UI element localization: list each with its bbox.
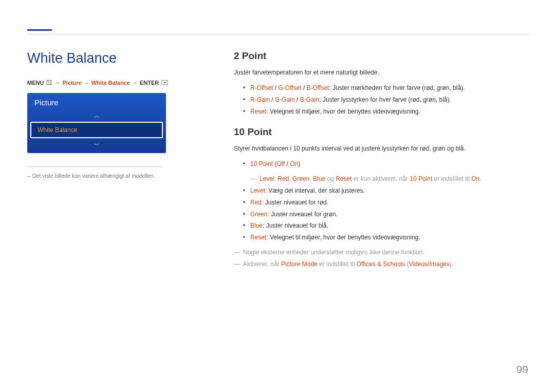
heading-2-point: 2 Point — [234, 50, 529, 62]
list-item: Red: Juster niveauet for rød. — [243, 197, 529, 209]
osd-menu-header: Picture — [27, 93, 166, 111]
term-red: Red — [278, 175, 289, 182]
text: ). — [450, 260, 453, 268]
osd-up-arrow: ︿ — [27, 111, 166, 122]
enter-icon — [161, 80, 169, 86]
subnote-10p-enable: ―Level, Red, Green, Blue og Reset er kun… — [250, 173, 529, 185]
text: : Juster lysstyrken for hver farve (rød,… — [319, 96, 451, 103]
list-2-point: R-Offset / G-Offset / B-Offset: Juster m… — [243, 82, 529, 117]
term-level: Level — [250, 187, 265, 194]
breadcrumb-picture: Picture — [62, 80, 81, 86]
svg-rect-0 — [46, 80, 52, 85]
dash-mark: ― — [234, 249, 240, 256]
list-item: Reset: Velegnet til miljøer, hvor der be… — [243, 106, 529, 118]
breadcrumb-arrow-3: → — [132, 80, 138, 86]
list-item: R-Offset / G-Offset / B-Offset: Juster m… — [243, 82, 529, 94]
breadcrumb: MENU → Picture → White Balance → ENTER — [27, 80, 192, 86]
opt-videos-images: Videos/Images — [409, 260, 450, 268]
term-level: Level — [260, 175, 274, 182]
model-note: –Det viste billede kan variere afhængigt… — [27, 172, 192, 180]
opt-on: On — [471, 175, 479, 182]
text: ) — [298, 160, 300, 167]
term-blue: Blue — [313, 175, 325, 182]
term-g-offset: G-Offset — [278, 84, 301, 91]
note-dash: – — [27, 173, 30, 179]
text: Nogle eksterne enheder understøtter muli… — [243, 249, 424, 256]
term-green: Green — [250, 211, 267, 218]
breadcrumb-white-balance: White Balance — [91, 80, 130, 86]
osd-menu-preview: Picture ︿ White Balance ﹀ — [27, 93, 166, 153]
footnote-external: ―Nogle eksterne enheder understøtter mul… — [234, 247, 529, 258]
text: : Vælg det interval, der skal justeres. — [265, 187, 365, 194]
text: : Juster mørkheden for hver farve (rød, … — [329, 84, 465, 91]
text: : Juster niveauet for blå. — [263, 222, 328, 229]
dash-mark: ― — [250, 175, 256, 182]
opt-off: Off — [276, 160, 285, 167]
term-blue: Blue — [250, 222, 263, 229]
note-text: Det viste billede kan variere afhængigt … — [32, 173, 155, 179]
opt-on: On — [290, 160, 298, 167]
page-title: White Balance — [27, 50, 192, 66]
list-item: R-Gain / G-Gain / B-Gain: Juster lysstyr… — [243, 94, 529, 106]
breadcrumb-enter-label: ENTER — [140, 80, 159, 86]
text: er indstillet til — [318, 260, 357, 268]
text: og — [325, 175, 336, 182]
page-number: 99 — [516, 363, 528, 376]
list-item: Blue: Juster niveauet for blå. — [243, 220, 529, 232]
svg-rect-3 — [161, 80, 168, 85]
term-r-offset: R-Offset — [250, 84, 273, 91]
text: : Juster niveauet for rød. — [262, 199, 328, 206]
heading-10-point: 10 Point — [234, 126, 529, 138]
text: / — [285, 160, 290, 167]
sep: / — [302, 84, 307, 91]
list-item: Green: Juster niveauet for grøn. — [243, 209, 529, 220]
breadcrumb-arrow-1: → — [54, 80, 60, 86]
sep: / — [270, 96, 275, 103]
text: er kun aktiveret, når — [351, 175, 410, 182]
intro-10-point: Styrer hvidbalancen i 10 punkts interval… — [234, 144, 529, 153]
term-reset: Reset — [250, 108, 266, 115]
term-green: Green — [292, 175, 309, 182]
left-divider — [27, 166, 161, 167]
menu-grid-icon — [46, 80, 52, 86]
footnote-picture-mode: ―Aktiveret, når Picture Mode er indstill… — [234, 258, 529, 270]
list-10-point: 10 Point (Off / On) — [243, 158, 529, 170]
list-10-point-cont: Level: Vælg det interval, der skal juste… — [243, 185, 529, 244]
opt-offices-schools: Offices & Schools — [357, 260, 405, 268]
text: Aktiveret, når — [243, 260, 281, 268]
horizontal-rule — [27, 34, 529, 34]
term-10-point: 10 Point — [410, 175, 432, 182]
term-r-gain: R-Gain — [250, 96, 270, 103]
intro-2-point: Justér farvetemperaturen for et mere nat… — [234, 68, 529, 77]
accent-bar — [27, 29, 52, 31]
breadcrumb-arrow-2: → — [84, 80, 89, 86]
text: ( — [405, 260, 409, 268]
list-item: Level: Vælg det interval, der skal juste… — [243, 185, 529, 197]
top-rule-group — [27, 29, 529, 34]
text: . — [479, 175, 481, 182]
text: : Juster niveauet for grøn. — [267, 211, 338, 218]
term-red: Red — [250, 199, 262, 206]
sep: / — [273, 84, 278, 91]
text: : Velegnet til miljøer, hvor der benytte… — [266, 108, 420, 115]
text: : Velegnet til miljøer, hvor der benytte… — [266, 234, 420, 241]
term-reset: Reset — [336, 175, 351, 182]
list-item: 10 Point (Off / On) — [243, 158, 529, 170]
breadcrumb-menu-label: MENU — [27, 80, 44, 86]
dash-mark: ― — [234, 260, 240, 268]
left-column: White Balance MENU → Picture → White Bal… — [27, 50, 192, 180]
term-picture-mode: Picture Mode — [281, 260, 318, 268]
osd-down-arrow: ﹀ — [27, 140, 166, 153]
osd-selected-item: White Balance — [30, 122, 163, 138]
text: er indstillet til — [432, 175, 471, 182]
term-g-gain: G-Gain — [275, 96, 295, 103]
term-b-offset: B-Offset — [307, 84, 329, 91]
list-item: Reset: Velegnet til miljøer, hvor der be… — [243, 232, 529, 244]
right-column: 2 Point Justér farvetemperaturen for et … — [234, 50, 529, 270]
term-b-gain: B-Gain — [300, 96, 319, 103]
sep: / — [295, 96, 300, 103]
term-reset: Reset — [250, 234, 266, 241]
term-10-point: 10 Point — [250, 160, 273, 167]
